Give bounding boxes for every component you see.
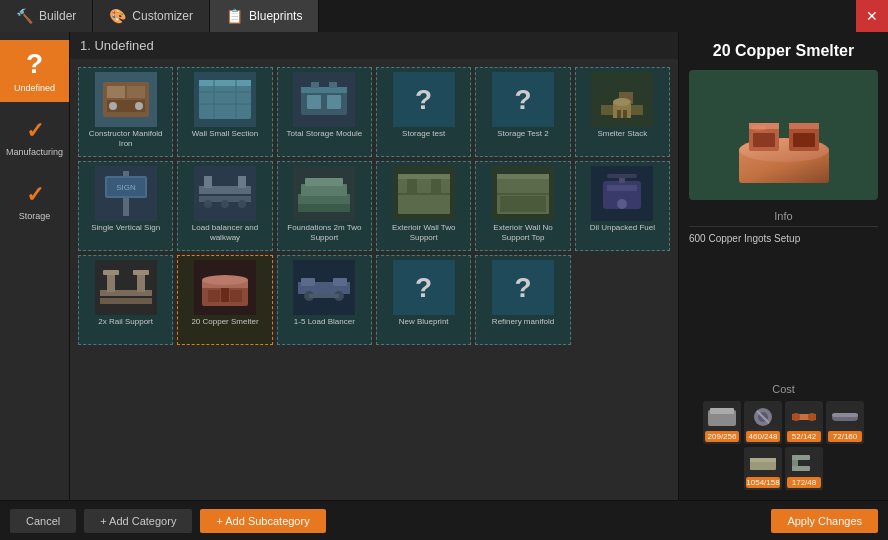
svg-point-74 xyxy=(202,275,248,285)
blueprint-grid: Constructor Manifold Iron xyxy=(70,59,678,500)
smelter-stack-img xyxy=(591,72,653,127)
svg-rect-65 xyxy=(100,298,152,304)
tab-blueprints[interactable]: 📋 Blueprints xyxy=(210,0,319,32)
grid-item-smelter-stack[interactable]: Smelter Stack xyxy=(575,67,670,157)
cost-item-5: 1054/158 xyxy=(744,447,782,490)
grid-item-storage-test[interactable]: ? Storage test xyxy=(376,67,471,157)
svg-rect-9 xyxy=(199,80,251,86)
grid-item-copper-smelter[interactable]: 20 Copper Smelter xyxy=(177,255,272,345)
rail-support-img xyxy=(95,260,157,315)
cost-value-2: 460/248 xyxy=(746,431,780,442)
grid-item-wall-small[interactable]: Wall Small Section xyxy=(177,67,272,157)
cost-item-6: 172/48 xyxy=(785,447,823,490)
svg-rect-25 xyxy=(623,110,627,118)
ext-wall-two-img xyxy=(393,166,455,221)
svg-point-93 xyxy=(751,125,767,131)
storage-module-img xyxy=(293,72,355,127)
grid-item-load-balancer[interactable]: Load balancer and walkway xyxy=(177,161,272,251)
svg-rect-63 xyxy=(607,174,637,178)
svg-rect-46 xyxy=(305,178,343,186)
main-area: 1. Undefined xyxy=(70,32,678,500)
tab-builder[interactable]: 🔨 Builder xyxy=(0,0,93,32)
dil-fuel-img xyxy=(591,166,653,221)
svg-rect-50 xyxy=(398,174,450,179)
grid-item-storage-test2[interactable]: ? Storage Test 2 xyxy=(475,67,570,157)
svg-rect-24 xyxy=(617,110,621,118)
cost-item-1: 209/256 xyxy=(703,401,741,444)
svg-rect-105 xyxy=(750,458,776,462)
grid-item-new-blueprint[interactable]: ? New Blueprint xyxy=(376,255,471,345)
svg-rect-80 xyxy=(301,278,315,286)
check-icon-manufacturing: ✓ xyxy=(26,118,44,144)
svg-rect-70 xyxy=(133,270,149,275)
cost-icon-bracket xyxy=(787,449,821,477)
add-category-button[interactable]: + Add Category xyxy=(84,509,192,533)
svg-rect-103 xyxy=(832,413,858,417)
sidebar-item-undefined[interactable]: ? Undefined xyxy=(0,40,69,102)
cost-icon-bolt xyxy=(746,403,780,431)
grid-item-ext-wall-two[interactable]: Exterioir Wall Two Support xyxy=(376,161,471,251)
grid-item-constructor[interactable]: Constructor Manifold Iron xyxy=(78,67,173,157)
cancel-button[interactable]: Cancel xyxy=(10,509,76,533)
svg-rect-81 xyxy=(333,278,347,286)
right-panel: 20 Copper Smelter xyxy=(678,32,888,500)
content-area: ? Undefined ✓ Manufacturing ✓ Storage 1.… xyxy=(0,32,888,500)
svg-rect-77 xyxy=(221,288,229,302)
grid-item-storage-module[interactable]: Total Storage Module xyxy=(277,67,372,157)
copper-smelter-display xyxy=(719,78,849,193)
cost-item-2: 460/248 xyxy=(744,401,782,444)
check-icon-storage: ✓ xyxy=(26,182,44,208)
constructor-img xyxy=(95,72,157,127)
cost-items: 209/256 460/248 52/142 xyxy=(689,401,878,490)
svg-rect-3 xyxy=(127,86,145,98)
grid-item-vertical-sign[interactable]: SIGN Single Vertical Sign xyxy=(78,161,173,251)
grid-item-load-blancer[interactable]: 1-5 Load Blancer xyxy=(277,255,372,345)
apply-changes-button[interactable]: Apply Changes xyxy=(771,509,878,533)
question-icon: ? xyxy=(26,48,43,80)
add-subcategory-button[interactable]: + Add Subcategory xyxy=(200,509,325,533)
svg-rect-56 xyxy=(497,174,549,179)
svg-point-6 xyxy=(135,102,143,110)
svg-rect-52 xyxy=(431,179,441,193)
svg-rect-60 xyxy=(607,185,637,191)
svg-rect-37 xyxy=(204,176,212,188)
blueprints-icon: 📋 xyxy=(226,8,243,24)
svg-rect-2 xyxy=(107,86,125,98)
grid-item-dil-fuel[interactable]: Dil Unpacked Fuel xyxy=(575,161,670,251)
svg-rect-16 xyxy=(301,87,347,93)
panel-image xyxy=(689,70,878,200)
grid-item-ext-wall-no[interactable]: Exterioir Wall No Support Top xyxy=(475,161,570,251)
cost-icon-wire xyxy=(787,403,821,431)
svg-point-61 xyxy=(617,199,627,209)
svg-point-100 xyxy=(792,413,800,421)
vertical-sign-img: SIGN xyxy=(95,166,157,221)
svg-rect-64 xyxy=(95,260,157,315)
cost-icon-pipe xyxy=(828,403,862,431)
svg-rect-107 xyxy=(792,455,810,460)
svg-rect-84 xyxy=(309,294,339,298)
cost-value-6: 172/48 xyxy=(787,477,821,488)
grid-item-foundations[interactable]: Foundations 2m Two Support xyxy=(277,161,372,251)
svg-rect-38 xyxy=(238,176,246,188)
cost-icon-plate xyxy=(746,449,780,477)
svg-point-5 xyxy=(109,102,117,110)
svg-rect-28 xyxy=(631,105,643,115)
category-header: 1. Undefined xyxy=(70,32,678,59)
svg-rect-51 xyxy=(407,179,417,193)
load-balancer-img xyxy=(194,166,256,221)
svg-rect-92 xyxy=(793,133,815,147)
info-section: Info 600 Copper Ingots Setup xyxy=(689,210,878,244)
svg-rect-108 xyxy=(792,466,810,471)
sidebar-item-storage[interactable]: ✓ Storage xyxy=(0,174,69,230)
sidebar: ? Undefined ✓ Manufacturing ✓ Storage xyxy=(0,32,70,500)
svg-rect-27 xyxy=(601,105,613,115)
close-button[interactable]: ✕ xyxy=(856,0,888,32)
svg-rect-19 xyxy=(311,82,319,88)
svg-rect-57 xyxy=(500,196,546,212)
tab-customizer[interactable]: 🎨 Customizer xyxy=(93,0,210,32)
sidebar-item-manufacturing[interactable]: ✓ Manufacturing xyxy=(0,110,69,166)
bottom-bar: Cancel + Add Category + Add Subcategory … xyxy=(0,500,888,540)
storage-test-img: ? xyxy=(393,72,455,127)
grid-item-rail-support[interactable]: 2x Rail Support xyxy=(78,255,173,345)
grid-item-refinery[interactable]: ? Refinery manifold xyxy=(475,255,570,345)
